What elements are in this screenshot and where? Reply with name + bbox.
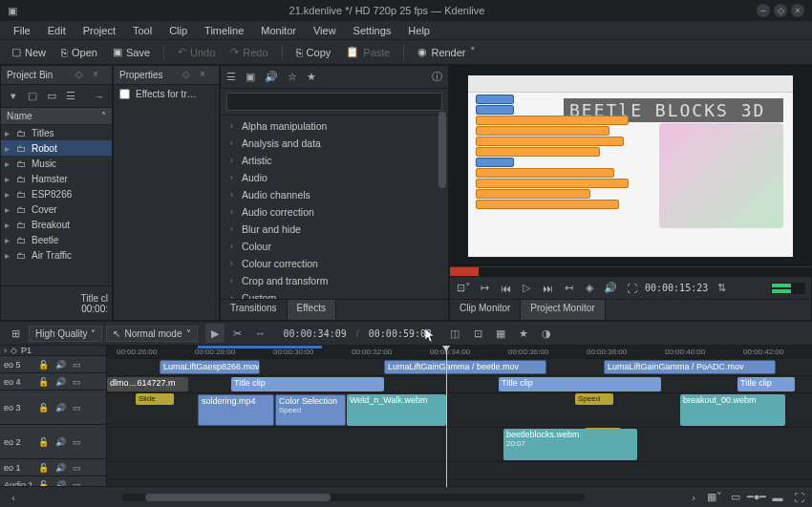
effects-category[interactable]: ›Blur and hide: [221, 221, 448, 238]
menu-monitor[interactable]: Monitor: [253, 23, 304, 38]
track-header-eo-2[interactable]: eo 2🔓🔊▭: [0, 425, 106, 459]
effects-category[interactable]: ›Alpha manipulation: [221, 117, 448, 135]
play-icon[interactable]: ▷: [519, 281, 534, 296]
settings-icon[interactable]: ◑: [537, 324, 556, 343]
hide-icon[interactable]: ▭: [73, 437, 86, 447]
copy-button[interactable]: ⎘Copy: [290, 44, 337, 61]
delete-icon[interactable]: ▭: [43, 88, 60, 105]
forward-icon[interactable]: →: [91, 88, 108, 105]
fit-zoom-icon[interactable]: ⛶: [791, 490, 806, 505]
timeline-clip[interactable]: breakout_00.webm: [680, 394, 785, 426]
save-effect-icon[interactable]: ▣: [246, 71, 255, 83]
lock-icon[interactable]: 🔓: [38, 377, 52, 387]
menu-edit[interactable]: Edit: [40, 23, 74, 38]
add-folder-icon[interactable]: ▢: [24, 88, 41, 105]
timeline-clip[interactable]: Color SelectionSpeed: [275, 394, 346, 426]
mute-icon[interactable]: 🔊: [55, 360, 69, 370]
timeline-clip[interactable]: dlmo…614727.m: [107, 377, 188, 391]
hide-icon[interactable]: ▭: [73, 463, 86, 473]
timeline-clip[interactable]: LumaLiftGainGamma / PoADC.mov: [604, 360, 776, 374]
playhead[interactable]: [446, 346, 447, 487]
diamond-icon[interactable]: ◇: [11, 346, 17, 355]
track-row-4[interactable]: [107, 462, 812, 479]
effects-search-input[interactable]: [226, 93, 442, 111]
effects-category[interactable]: ›Crop and transform: [221, 272, 448, 289]
float-icon[interactable]: ◇: [182, 69, 196, 82]
menu-view[interactable]: View: [306, 23, 344, 38]
bin-item-esp8266[interactable]: ▸🗀ESP8266: [1, 186, 112, 201]
expand-icon[interactable]: ›: [4, 346, 7, 355]
preview-icon[interactable]: ▦: [491, 324, 510, 343]
redo-button[interactable]: ↷Redo: [224, 43, 273, 61]
timeline-clip[interactable]: Speed: [575, 393, 613, 405]
timeline-clip[interactable]: Weld_n_Walk.webm: [347, 394, 446, 426]
add-clip-icon[interactable]: ▾: [5, 88, 22, 105]
minimize-button[interactable]: –: [757, 4, 770, 17]
save-button[interactable]: ▣Save: [107, 43, 156, 61]
track-area[interactable]: 00:00:26:0000:00:28:0000:00:30:0000:00:3…: [107, 346, 812, 487]
track-header-eo-3[interactable]: eo 3🔓🔊▭: [0, 391, 106, 425]
view-mode-icon[interactable]: ☰: [62, 88, 79, 105]
set-in-icon[interactable]: ↦: [477, 281, 492, 296]
track-row-3[interactable]: Slidebeetleblocks.webm20:07: [107, 428, 812, 462]
track-row-2[interactable]: Slidesoldering.mp4Color SelectionSpeedWe…: [107, 393, 812, 428]
fav-icon[interactable]: ★: [514, 324, 533, 343]
zoom-dropdown[interactable]: ⊡˅: [456, 281, 471, 296]
track-config-icon[interactable]: ⊞: [6, 324, 25, 343]
quality-dropdown[interactable]: High Quality˅: [29, 326, 102, 342]
menu-project[interactable]: Project: [75, 23, 123, 38]
time-ruler[interactable]: 00:00:26:0000:00:28:0000:00:30:0000:00:3…: [107, 346, 812, 359]
effects-category[interactable]: ›Artistic: [221, 152, 448, 169]
effects-scrollbar[interactable]: [438, 112, 446, 297]
bin-item-hamster[interactable]: ▸🗀Hamster: [1, 171, 112, 186]
lock-icon[interactable]: 🔓: [38, 463, 52, 473]
snap-icon[interactable]: ◫: [445, 324, 464, 343]
menu-help[interactable]: Help: [400, 23, 438, 38]
effects-category[interactable]: ›Analysis and data: [221, 135, 448, 152]
hide-icon[interactable]: ▭: [73, 403, 86, 412]
spinner-up-down[interactable]: ⇅: [714, 281, 729, 296]
menu-settings[interactable]: Settings: [346, 23, 399, 38]
timeline-clip[interactable]: beetleblocks.webm20:07: [503, 429, 637, 460]
close-panel-icon[interactable]: ×: [200, 69, 213, 82]
timeline-clip[interactable]: soldering.mp4: [198, 394, 274, 426]
monitor-ruler[interactable]: [450, 266, 811, 276]
effects-category[interactable]: ›Custom: [221, 289, 448, 299]
open-button[interactable]: ⎘Open: [55, 44, 103, 61]
bin-item-breakout[interactable]: ▸🗀Breakout: [1, 217, 112, 232]
maximize-button[interactable]: ◇: [774, 4, 787, 17]
track-row-1[interactable]: dlmo…614727.mTitle clipTitle clipTitle c…: [107, 376, 812, 393]
star-icon[interactable]: ★: [307, 71, 316, 83]
razor-icon[interactable]: ✂: [228, 324, 247, 343]
set-out-icon[interactable]: ↤: [561, 281, 576, 296]
timeline-clip[interactable]: Title clip: [231, 377, 384, 391]
lock-icon[interactable]: 🔓: [38, 360, 52, 370]
forward-icon[interactable]: ⏭: [540, 281, 555, 296]
zoom-icon[interactable]: ⊡: [468, 324, 487, 343]
tab-transitions[interactable]: Transitions: [221, 300, 288, 320]
spacer-icon[interactable]: ↔: [251, 324, 270, 343]
scroll-left-icon[interactable]: ‹: [6, 490, 21, 505]
close-button[interactable]: ×: [791, 4, 804, 17]
star-outline-icon[interactable]: ☆: [288, 71, 297, 83]
timeline-clip[interactable]: Title clip: [499, 377, 661, 391]
effects-for-checkbox[interactable]: [119, 89, 130, 99]
timeline-clip[interactable]: Title clip: [737, 377, 795, 391]
hide-icon[interactable]: ▭: [73, 360, 86, 370]
marker-icon[interactable]: ◈: [582, 281, 597, 296]
mute-icon[interactable]: 🔊: [55, 403, 69, 412]
menu-tool[interactable]: Tool: [125, 23, 160, 38]
float-icon[interactable]: ◇: [75, 69, 89, 82]
timeline-scrollbar[interactable]: [122, 494, 585, 501]
effects-category[interactable]: ›Colour: [221, 238, 448, 255]
menu-file[interactable]: File: [6, 23, 38, 38]
bin-item-robot[interactable]: ▸🗀Robot: [1, 140, 112, 156]
bin-item-music[interactable]: ▸🗀Music: [1, 156, 112, 171]
info-icon[interactable]: ⓘ: [432, 70, 442, 84]
lock-icon[interactable]: 🔓: [38, 437, 52, 447]
fullscreen-icon[interactable]: ⛶: [624, 281, 639, 296]
timeline-clip[interactable]: LumaLiftGainGamma / beetle.mov: [384, 360, 546, 374]
zoom-in-icon[interactable]: ▬: [770, 490, 785, 505]
bin-item-cover[interactable]: ▸🗀Cover: [1, 201, 112, 217]
hide-icon[interactable]: ▭: [73, 377, 86, 387]
